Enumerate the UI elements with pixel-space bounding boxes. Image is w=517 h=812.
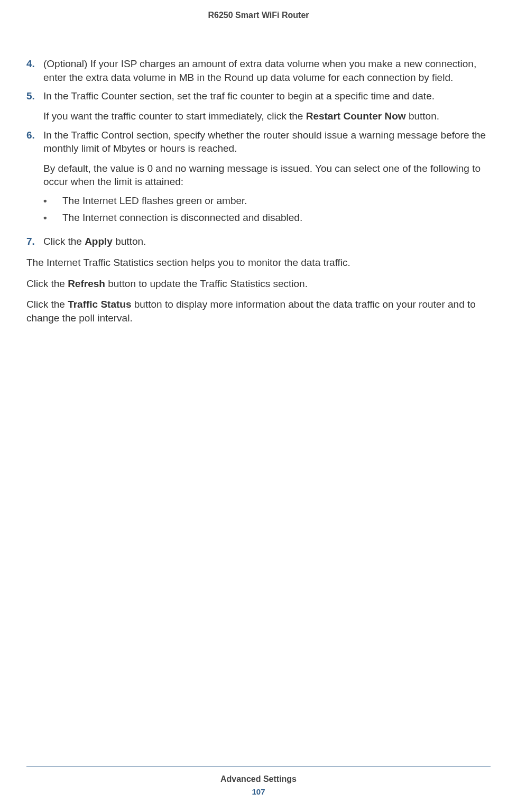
bullet-dot: • <box>43 194 62 208</box>
step-number: 4. <box>26 57 43 84</box>
footer-page-number: 107 <box>0 787 517 796</box>
step-paragraph: If you want the traffic counter to start… <box>43 109 491 123</box>
bullet-item: • The Internet LED flashes green or ambe… <box>43 194 491 208</box>
para-bold: Refresh <box>68 278 105 289</box>
step-5: 5. In the Traffic Counter section, set t… <box>26 89 491 123</box>
step-text: In the Traffic Control section, specify … <box>43 130 486 154</box>
step-body: (Optional) If your ISP charges an amount… <box>43 57 491 84</box>
step-body: In the Traffic Counter section, set the … <box>43 89 491 123</box>
header-title: R6250 Smart WiFi Router <box>208 11 309 20</box>
step-4: 4. (Optional) If your ISP charges an amo… <box>26 57 491 84</box>
step-7: 7. Click the Apply button. <box>26 235 491 248</box>
step-text: In the Traffic Counter section, set the … <box>43 90 435 102</box>
body-paragraph-2: Click the Refresh button to update the T… <box>26 277 491 291</box>
page-footer: Advanced Settings 107 <box>0 767 517 796</box>
para-pre: Click the <box>26 299 68 310</box>
bullet-list: • The Internet LED flashes green or ambe… <box>43 194 491 224</box>
step-6: 6. In the Traffic Control section, speci… <box>26 128 491 230</box>
step-number: 5. <box>26 89 43 123</box>
step-paragraph: By default, the value is 0 and no warnin… <box>43 162 491 189</box>
bullet-text: The Internet connection is disconnected … <box>62 211 491 225</box>
step-text-post: button. <box>113 236 146 247</box>
page-content: 4. (Optional) If your ISP charges an amo… <box>0 20 517 325</box>
bullet-item: • The Internet connection is disconnecte… <box>43 211 491 225</box>
step-number: 7. <box>26 235 43 248</box>
step-text-pre: Click the <box>43 236 85 247</box>
step-body: In the Traffic Control section, specify … <box>43 128 491 230</box>
bullet-dot: • <box>43 211 62 225</box>
para-post: button. <box>406 110 439 122</box>
step-number: 6. <box>26 128 43 230</box>
para-pre: Click the <box>26 278 68 289</box>
para-pre: If you want the traffic counter to start… <box>43 110 306 122</box>
step-text: (Optional) If your ISP charges an amount… <box>43 58 476 83</box>
body-paragraph-1: The Internet Traffic Statistics section … <box>26 256 491 270</box>
bullet-text: The Internet LED flashes green or amber. <box>62 194 491 208</box>
step-text-bold: Apply <box>85 236 113 247</box>
footer-section: Advanced Settings <box>0 774 517 784</box>
footer-divider <box>26 767 491 767</box>
para-post: button to update the Traffic Statistics … <box>105 278 308 289</box>
para-bold: Restart Counter Now <box>306 110 406 122</box>
body-paragraph-3: Click the Traffic Status button to displ… <box>26 298 491 325</box>
para-bold: Traffic Status <box>68 299 131 310</box>
page-header: R6250 Smart WiFi Router <box>0 0 517 20</box>
step-body: Click the Apply button. <box>43 235 491 248</box>
